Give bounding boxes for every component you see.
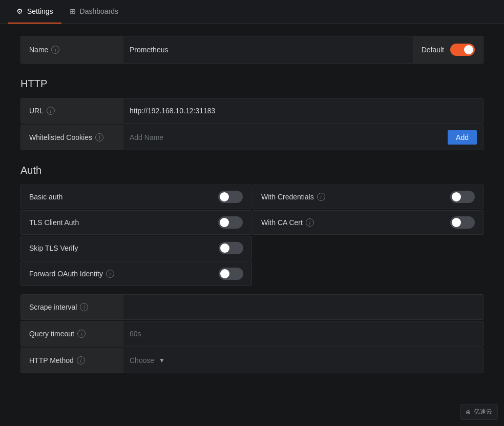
tab-settings-label: Settings (27, 7, 53, 15)
url-input[interactable] (130, 107, 477, 115)
tab-dashboards-label: Dashboards (80, 7, 119, 15)
main-content: Name i Default HTTP URL i Whitelisted Co… (0, 24, 504, 387)
scrape-interval-info-icon[interactable]: i (80, 303, 88, 311)
tab-settings[interactable]: ⚙ Settings (8, 0, 61, 24)
skip-tls-toggle[interactable] (219, 242, 243, 254)
skip-tls-row: Skip TLS Verify (20, 236, 252, 260)
skip-tls-label: Skip TLS Verify (29, 244, 78, 252)
name-input[interactable] (130, 46, 407, 54)
http-method-arrow-icon: ▼ (159, 357, 165, 364)
query-timeout-input[interactable] (123, 321, 195, 346)
cookies-info-icon[interactable]: i (95, 133, 103, 141)
default-toggle-knob (464, 45, 473, 54)
with-ca-cert-info-icon[interactable]: i (306, 218, 314, 227)
with-credentials-toggle-knob (452, 192, 461, 201)
cookies-label-text: Whitelisted Cookies (29, 133, 92, 141)
name-row: Name i Default (20, 36, 484, 64)
with-ca-cert-label: With CA Cert (261, 218, 303, 227)
default-toggle[interactable] (450, 44, 475, 56)
query-timeout-label-cell: Query timeout i (21, 321, 123, 346)
settings-icon: ⚙ (16, 7, 23, 15)
scrape-interval-input[interactable] (123, 295, 195, 319)
cookies-row: Whitelisted Cookies i Add (20, 125, 484, 150)
with-credentials-label-wrap: With Credentials i (261, 193, 325, 201)
watermark-text: 亿速云 (474, 408, 492, 416)
scrape-interval-row: Scrape interval i (20, 294, 484, 320)
with-ca-cert-row: With CA Cert i (253, 210, 484, 235)
auth-grid-row1: Basic auth With Credentials i (20, 185, 484, 209)
auth-heading: Auth (20, 165, 484, 176)
with-credentials-row: With Credentials i (253, 185, 484, 209)
cookies-input[interactable] (130, 133, 444, 141)
query-timeout-label: Query timeout (29, 330, 74, 338)
with-ca-cert-toggle-knob (452, 218, 461, 227)
http-method-label-cell: HTTP Method i (21, 348, 123, 373)
url-value-cell (123, 107, 483, 115)
forward-oauth-row: Forward OAuth Identity i (20, 261, 252, 286)
http-method-row: HTTP Method i Choose GET POST ▼ (20, 348, 484, 373)
url-row: URL i (20, 98, 484, 124)
with-credentials-toggle[interactable] (450, 191, 475, 203)
url-info-icon[interactable]: i (47, 107, 55, 115)
tls-client-auth-toggle[interactable] (218, 216, 243, 229)
with-ca-cert-label-wrap: With CA Cert i (261, 218, 314, 227)
auth-grid-row2: TLS Client Auth With CA Cert i (20, 210, 484, 235)
cookies-value-cell: Add (123, 130, 483, 145)
config-rows: Scrape interval i Query timeout i HTTP M… (20, 294, 484, 373)
basic-auth-toggle-knob (220, 192, 229, 201)
name-input-wrap (123, 36, 413, 63)
forward-oauth-toggle-knob (220, 269, 229, 278)
watermark: ⊕ 亿速云 (460, 404, 498, 420)
dashboards-icon: ⊞ (70, 7, 76, 15)
http-method-info-icon[interactable]: i (77, 356, 85, 364)
forward-oauth-toggle[interactable] (219, 268, 243, 280)
name-label-cell: Name i (21, 36, 123, 63)
http-heading: HTTP (20, 78, 484, 90)
with-ca-cert-toggle[interactable] (450, 216, 475, 229)
http-method-select[interactable]: Choose GET POST (130, 356, 155, 364)
default-label: Default (422, 46, 444, 54)
with-credentials-label: With Credentials (261, 193, 314, 201)
url-label-text: URL (29, 107, 44, 115)
default-section: Default (413, 36, 483, 63)
scrape-interval-label: Scrape interval (29, 303, 77, 311)
tab-bar: ⚙ Settings ⊞ Dashboards (0, 0, 504, 24)
query-timeout-info-icon[interactable]: i (77, 330, 86, 338)
with-credentials-info-icon[interactable]: i (317, 193, 325, 201)
name-info-icon[interactable]: i (51, 46, 59, 54)
url-label-cell: URL i (21, 98, 123, 123)
scrape-interval-label-cell: Scrape interval i (21, 295, 123, 319)
forward-oauth-label-wrap: Forward OAuth Identity i (29, 270, 114, 278)
name-label-text: Name (29, 46, 48, 54)
basic-auth-toggle[interactable] (218, 191, 243, 203)
forward-oauth-label: Forward OAuth Identity (29, 270, 103, 278)
tls-client-auth-label: TLS Client Auth (29, 218, 79, 227)
query-timeout-row: Query timeout i (20, 321, 484, 347)
forward-oauth-info-icon[interactable]: i (106, 270, 114, 278)
skip-tls-toggle-knob (220, 244, 229, 253)
http-method-label: HTTP Method (29, 356, 74, 364)
basic-auth-label: Basic auth (29, 193, 62, 201)
add-cookie-button[interactable]: Add (448, 130, 477, 145)
tls-client-auth-row: TLS Client Auth (20, 210, 251, 235)
http-method-select-wrap: Choose GET POST ▼ (123, 356, 171, 364)
tab-dashboards[interactable]: ⊞ Dashboards (61, 0, 127, 24)
cookies-label-cell: Whitelisted Cookies i (21, 125, 123, 150)
watermark-logo: ⊕ (466, 409, 471, 416)
basic-auth-row: Basic auth (20, 185, 251, 209)
tls-client-auth-toggle-knob (220, 218, 229, 227)
